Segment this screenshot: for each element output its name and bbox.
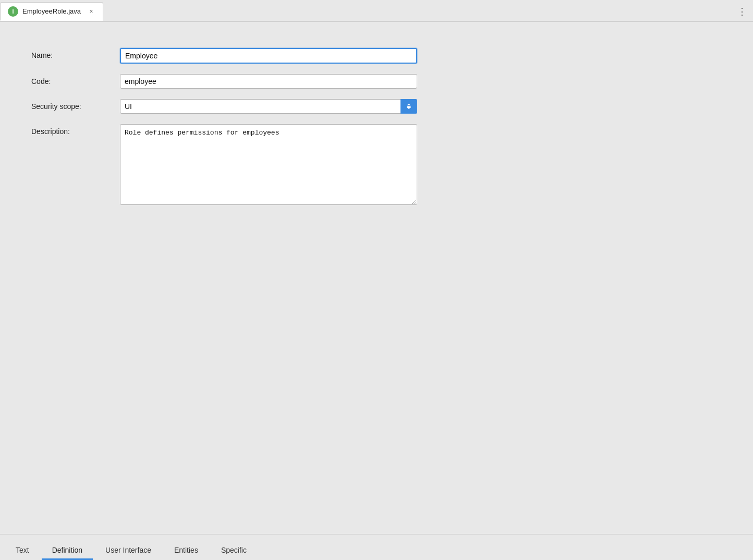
tab-specific[interactable]: Specific — [211, 542, 257, 560]
name-label: Name: — [31, 48, 120, 59]
tab-label: EmployeeRole.java — [22, 7, 81, 15]
tab-user-interface[interactable]: User Interface — [95, 542, 162, 560]
description-textarea[interactable]: Role defines permissions for employees — [120, 124, 417, 205]
tab-icon: I — [8, 6, 18, 17]
name-input[interactable] — [120, 48, 417, 64]
security-scope-row: Security scope: UI API NONE — [31, 99, 722, 114]
main-content: Name: Code: Security scope: UI API NONE — [0, 22, 753, 560]
code-label: Code: — [31, 74, 120, 86]
description-label: Description: — [31, 124, 120, 136]
tab-text[interactable]: Text — [5, 542, 40, 560]
security-scope-label: Security scope: — [31, 99, 120, 111]
form-area: Name: Code: Security scope: UI API NONE — [0, 48, 753, 534]
tab-entities[interactable]: Entities — [164, 542, 209, 560]
description-row: Description: Role defines permissions fo… — [31, 124, 722, 205]
name-row: Name: — [31, 48, 722, 64]
code-input[interactable] — [120, 74, 417, 89]
tab-definition[interactable]: Definition — [42, 542, 93, 560]
tab-more-button[interactable]: ⋮ — [731, 2, 753, 21]
tab-employee-role[interactable]: I EmployeeRole.java × — [0, 2, 103, 21]
tab-close-button[interactable]: × — [87, 7, 95, 16]
code-row: Code: — [31, 74, 722, 89]
bottom-tab-bar: Text Definition User Interface Entities … — [0, 534, 753, 560]
tab-bar: I EmployeeRole.java × ⋮ — [0, 0, 753, 22]
security-scope-wrapper: UI API NONE — [120, 99, 417, 114]
security-scope-select[interactable]: UI API NONE — [120, 99, 417, 114]
